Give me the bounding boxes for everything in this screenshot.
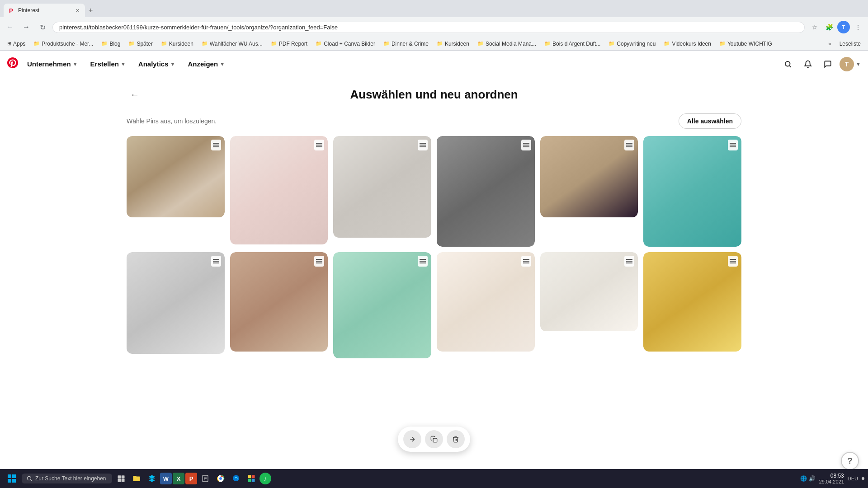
pin-drag-handle[interactable] bbox=[314, 256, 324, 267]
menu-btn[interactable]: ⋮ bbox=[852, 21, 864, 33]
bookmark-reading-list[interactable]: Leseliste bbox=[836, 40, 864, 48]
search-btn[interactable] bbox=[780, 56, 796, 72]
pinterest-app: Unternehmen ▼ Erstellen ▼ Analytics ▼ An… bbox=[0, 51, 868, 488]
bookmark-social[interactable]: 📁 Social Media Mana... bbox=[474, 40, 540, 48]
forward-nav-btn[interactable]: → bbox=[20, 21, 33, 33]
pin-drag-handle[interactable] bbox=[211, 256, 221, 267]
pin-image bbox=[127, 252, 225, 354]
notifications-btn[interactable] bbox=[800, 56, 816, 72]
extensions-btn[interactable]: 🧩 bbox=[823, 21, 835, 33]
pin-item[interactable] bbox=[230, 252, 328, 358]
messages-btn[interactable] bbox=[820, 56, 836, 72]
account-btn[interactable]: T ▼ bbox=[840, 57, 861, 71]
taskbar-search[interactable]: Zur Suche Text hier eingeben bbox=[22, 474, 112, 483]
back-button[interactable]: ← bbox=[127, 86, 143, 103]
pin-drag-handle[interactable] bbox=[418, 140, 428, 150]
pin-item[interactable] bbox=[333, 252, 431, 358]
bookmark-produktsuche[interactable]: 📁 Produktsuche - Mer... bbox=[30, 40, 97, 48]
taskbar-powerpoint[interactable]: P bbox=[185, 473, 197, 484]
taskbar-notepad[interactable] bbox=[198, 471, 212, 486]
pin-drag-handle[interactable] bbox=[521, 140, 531, 150]
svg-rect-21 bbox=[213, 263, 219, 263]
pin-item[interactable] bbox=[127, 136, 225, 247]
profile-btn[interactable]: T bbox=[837, 21, 850, 33]
bookmark-kursideen[interactable]: 📁 Kursideen bbox=[157, 40, 197, 48]
pin-item[interactable] bbox=[643, 136, 741, 247]
svg-rect-5 bbox=[316, 145, 322, 145]
pin-item[interactable] bbox=[230, 136, 328, 247]
taskbar-excel[interactable]: X bbox=[173, 473, 184, 484]
bookmark-btn[interactable]: ☆ bbox=[808, 21, 821, 33]
nav-anzeigen-chevron: ▼ bbox=[220, 61, 225, 67]
pin-drag-handle[interactable] bbox=[418, 256, 428, 267]
start-btn[interactable] bbox=[4, 470, 20, 487]
nav-anzeigen[interactable]: Anzeigen ▼ bbox=[182, 56, 230, 71]
taskbar-task-view[interactable] bbox=[114, 471, 128, 486]
copy-btn[interactable] bbox=[425, 430, 443, 448]
pin-image-wrapper bbox=[643, 252, 741, 352]
svg-rect-44 bbox=[122, 475, 125, 479]
bookmark-dinner[interactable]: 📁 Dinner & Crime bbox=[380, 40, 432, 48]
taskbar-spotify[interactable]: ♪ bbox=[259, 473, 271, 484]
svg-rect-31 bbox=[626, 259, 632, 260]
pin-drag-handle[interactable] bbox=[211, 140, 221, 150]
pin-item[interactable] bbox=[540, 136, 638, 247]
pin-drag-handle[interactable] bbox=[728, 140, 738, 150]
svg-point-42 bbox=[27, 476, 31, 480]
new-tab-btn[interactable]: + bbox=[85, 5, 96, 16]
bookmark-pdf-label: PDF Report bbox=[279, 41, 307, 47]
pin-item[interactable] bbox=[540, 252, 638, 358]
action-toolbar bbox=[398, 427, 470, 452]
bookmark-cload[interactable]: 📁 Cload + Canva Bilder bbox=[312, 40, 379, 48]
nav-unternehmen-chevron: ▼ bbox=[73, 61, 78, 67]
taskbar-edge[interactable] bbox=[229, 471, 243, 486]
pin-item[interactable] bbox=[437, 252, 535, 358]
pin-drag-handle[interactable] bbox=[624, 256, 634, 267]
taskbar-file-explorer[interactable] bbox=[129, 471, 144, 486]
pin-item[interactable] bbox=[333, 136, 431, 247]
pin-drag-handle[interactable] bbox=[314, 140, 324, 150]
nav-unternehmen[interactable]: Unternehmen ▼ bbox=[22, 56, 83, 71]
bookmarks-more-btn[interactable]: » bbox=[826, 40, 833, 48]
bookmark-kursideen2[interactable]: 📁 Kursideen bbox=[433, 40, 473, 48]
nav-analytics[interactable]: Analytics ▼ bbox=[133, 56, 181, 71]
help-btn[interactable]: ? bbox=[841, 452, 859, 470]
bookmark-spater[interactable]: 📁 Später bbox=[125, 40, 156, 48]
taskbar-time-display[interactable]: 08:53 29.04.2021 bbox=[819, 473, 844, 484]
taskbar-photos[interactable] bbox=[244, 471, 259, 486]
bookmark-pdf[interactable]: 📁 PDF Report bbox=[267, 40, 311, 48]
bookmark-folder-icon-7: 📁 bbox=[316, 41, 322, 47]
select-all-btn[interactable]: Alle auswählen bbox=[679, 113, 741, 129]
move-btn[interactable] bbox=[403, 430, 421, 448]
svg-rect-27 bbox=[420, 263, 426, 263]
taskbar-chrome[interactable] bbox=[213, 471, 228, 486]
taskbar-word[interactable]: W bbox=[160, 473, 172, 484]
tab-close-btn[interactable]: ✕ bbox=[75, 8, 80, 14]
address-bar[interactable]: pinterest.at/tobiasbecker061199/kurze-so… bbox=[52, 22, 805, 33]
pin-image bbox=[540, 252, 638, 331]
delete-btn[interactable] bbox=[447, 430, 465, 448]
user-avatar: T bbox=[840, 57, 854, 71]
nav-erstellen[interactable]: Erstellen ▼ bbox=[85, 56, 131, 71]
bookmark-videokurs[interactable]: 📁 Videokurs Ideen bbox=[660, 40, 715, 48]
pin-item[interactable] bbox=[437, 136, 535, 247]
pinterest-logo[interactable] bbox=[7, 57, 18, 71]
bookmark-youtube[interactable]: 📁 Youtube WICHTIG bbox=[716, 40, 776, 48]
bookmark-copywriting[interactable]: 📁 Copywriting neu bbox=[605, 40, 659, 48]
svg-rect-20 bbox=[213, 261, 219, 262]
pin-item[interactable] bbox=[643, 252, 741, 358]
taskbar-date-value: 29.04.2021 bbox=[819, 479, 844, 484]
active-tab[interactable]: P Pinterest ✕ bbox=[4, 4, 85, 17]
bookmark-apps[interactable]: ⊞ Apps bbox=[4, 40, 29, 48]
pin-item[interactable] bbox=[127, 252, 225, 358]
bookmark-blog[interactable]: 📁 Blog bbox=[98, 40, 124, 48]
pin-drag-handle[interactable] bbox=[521, 256, 531, 267]
pin-image bbox=[230, 252, 328, 352]
pin-drag-handle[interactable] bbox=[624, 140, 634, 150]
back-nav-btn[interactable]: ← bbox=[4, 21, 16, 33]
reload-btn[interactable]: ↻ bbox=[36, 21, 49, 33]
pin-drag-handle[interactable] bbox=[728, 256, 738, 267]
taskbar-store[interactable] bbox=[145, 471, 159, 486]
bookmark-wahlfacher[interactable]: 📁 Wahlfächer WU Aus... bbox=[198, 40, 266, 48]
bookmark-bois[interactable]: 📁 Bois d'Argent Duft... bbox=[541, 40, 604, 48]
